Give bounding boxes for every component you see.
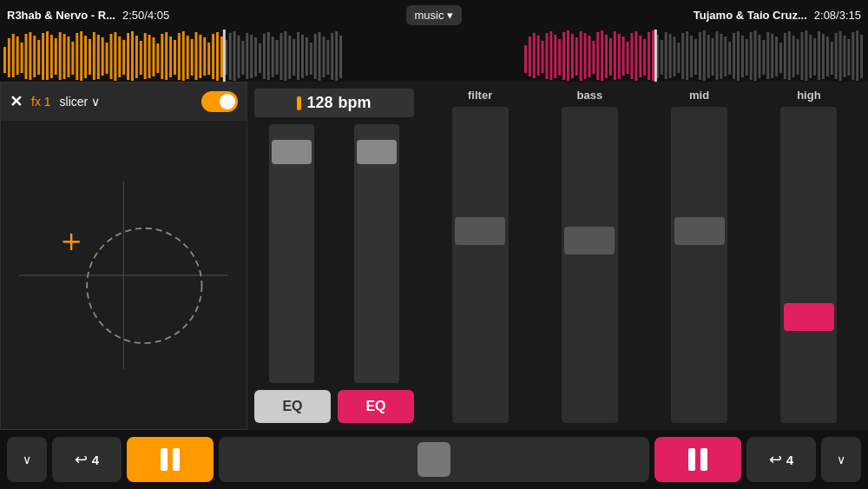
svg-rect-1 [8,38,10,77]
svg-rect-35 [153,37,155,76]
svg-rect-8 [37,40,40,75]
svg-rect-74 [319,32,321,81]
fx-slicer-visualization [19,144,228,406]
mixer-panel: filter bass mid high [421,82,868,430]
svg-rect-82 [529,36,531,76]
svg-rect-53 [229,33,232,80]
mixer-channel-high: high [757,89,861,423]
svg-rect-90 [562,32,565,80]
svg-rect-26 [114,32,116,81]
svg-rect-96 [589,36,591,77]
fx-type-selector[interactable]: slicer ∨ [60,95,101,109]
svg-rect-54 [233,31,236,81]
svg-rect-136 [759,35,761,78]
svg-rect-157 [847,39,850,76]
right-waveform[interactable] [524,30,865,82]
svg-rect-156 [844,36,846,77]
left-loop-button[interactable]: ↩ 4 [52,437,122,482]
svg-rect-17 [76,33,78,80]
svg-rect-23 [102,37,104,76]
mixer-channel-bass: bass [537,89,641,423]
eq-right-button[interactable]: EQ [338,390,414,423]
svg-rect-20 [89,39,91,75]
app-container: R3hab & Nervo - R... 2:50/4:05 music ▾ T… [0,0,868,489]
fx-toggle[interactable] [201,91,238,112]
mixer-mid-fader[interactable] [671,107,727,423]
left-arrow-icon: ∨ [23,453,31,466]
right-play-pause-button[interactable] [654,437,741,482]
right-arrow-icon: ∨ [837,453,845,466]
svg-rect-37 [161,34,163,79]
svg-rect-104 [622,36,625,76]
music-selector[interactable]: music ▾ [406,5,463,25]
left-arrow-button[interactable]: ∨ [7,437,47,482]
right-loop-button[interactable]: ↩ 4 [746,437,816,482]
svg-rect-132 [741,36,744,77]
left-fader-track[interactable] [269,124,314,383]
svg-rect-7 [33,36,36,77]
mixer-high-fader[interactable] [780,107,837,423]
svg-rect-25 [110,34,113,79]
bpm-value: 128 [306,94,332,112]
svg-rect-101 [609,38,612,76]
svg-rect-30 [131,31,134,81]
svg-rect-24 [106,43,108,74]
mixer-bass-fader[interactable] [562,107,618,423]
svg-rect-109 [643,39,646,76]
svg-rect-4 [21,43,23,73]
fx-close-button[interactable]: ✕ [10,92,23,111]
svg-rect-143 [788,31,791,80]
right-arrow-button[interactable]: ∨ [821,437,861,482]
left-fader-thumb [272,140,312,164]
svg-rect-31 [135,36,138,78]
svg-rect-76 [326,40,329,75]
fx-canvas-area[interactable] [1,121,247,429]
svg-rect-70 [301,35,304,78]
right-loop-icon: ↩ [769,450,782,469]
mixer-mid-label: mid [689,89,709,102]
right-fader-track[interactable] [354,124,399,383]
svg-rect-46 [199,35,201,78]
svg-rect-151 [822,34,825,79]
svg-rect-34 [148,35,151,78]
bpm-unit: bpm [339,94,372,112]
svg-rect-127 [720,34,722,79]
svg-rect-43 [187,36,189,79]
svg-rect-129 [728,42,731,75]
svg-rect-86 [546,33,549,79]
svg-rect-133 [746,39,748,76]
svg-rect-11 [50,35,53,78]
svg-rect-71 [306,37,308,76]
left-waveform[interactable] [3,30,344,82]
eq-buttons-row: EQ EQ [254,390,414,423]
svg-rect-73 [314,34,317,79]
left-play-pause-button[interactable] [127,437,214,482]
fx-chevron-icon: ∨ [91,95,100,109]
svg-rect-84 [537,36,540,76]
svg-rect-108 [639,36,641,77]
right-track-info: Tujamo & Taio Cruz... 2:08/3:15 [469,9,861,22]
crossfader[interactable] [219,437,649,482]
bpm-bar-icon [297,96,301,110]
svg-rect-139 [771,34,773,78]
left-loop-icon: ↩ [75,450,88,469]
svg-rect-40 [174,40,176,75]
svg-rect-27 [118,36,121,77]
svg-rect-32 [140,41,142,75]
mixer-filter-fader[interactable] [452,107,509,423]
svg-rect-41 [178,33,181,80]
eq-left-button[interactable]: EQ [254,390,331,423]
svg-rect-14 [63,34,66,79]
svg-rect-42 [182,31,185,81]
svg-rect-85 [542,41,544,73]
svg-rect-50 [216,32,219,81]
svg-rect-60 [259,43,261,73]
svg-rect-116 [674,36,676,76]
svg-rect-158 [852,32,854,80]
svg-rect-131 [737,31,740,81]
svg-rect-161 [654,30,657,82]
svg-rect-58 [250,35,253,78]
svg-rect-21 [93,32,95,80]
svg-rect-93 [575,37,578,76]
waveforms-row [0,30,868,82]
